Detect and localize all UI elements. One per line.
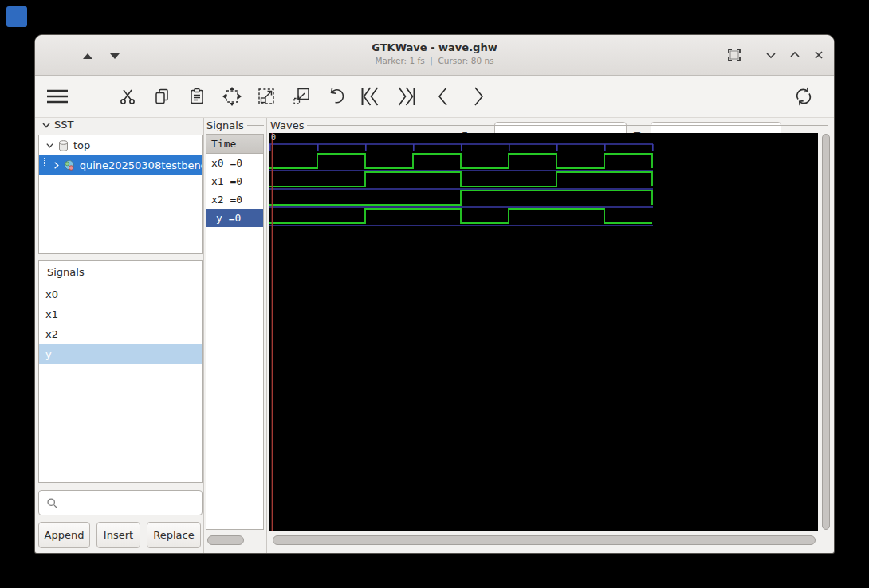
signal-search-box[interactable] (38, 490, 203, 515)
chevron-down-icon (765, 49, 777, 61)
paste-button[interactable] (182, 80, 212, 112)
signal-table-panel: Time x0 =0 x1 =0 x2 =0 y =0 (206, 134, 264, 530)
append-button[interactable]: Append (38, 522, 90, 548)
facility-list-header: Signals (39, 261, 202, 284)
list-item-x2[interactable]: x2 (39, 324, 202, 344)
pane-splitter-left[interactable] (203, 118, 204, 553)
reload-icon (792, 85, 815, 108)
signals-frame-label: Signals (206, 120, 264, 131)
zoom-in-icon (256, 86, 277, 107)
zoom-in-button[interactable] (251, 80, 281, 112)
skip-to-start-button[interactable] (356, 80, 386, 112)
pane-splitter-right[interactable] (266, 118, 267, 553)
list-item-y[interactable]: y (39, 344, 202, 364)
titlebar[interactable]: GTKWave - wave.ghw Marker: 1 fs | Cursor… (35, 35, 834, 76)
zoom-out-button[interactable] (286, 80, 317, 112)
scope-cylinder-icon (57, 139, 69, 152)
tree-item-top[interactable]: top (39, 135, 202, 155)
previous-edge-button[interactable] (428, 80, 458, 112)
skip-to-end-button[interactable] (391, 80, 421, 112)
gtkwave-window: GTKWave - wave.ghw Marker: 1 fs | Cursor… (35, 35, 834, 553)
time-origin-label: 0 (271, 133, 276, 143)
replace-button[interactable]: Replace (147, 522, 201, 548)
chevron-left-icon (434, 85, 453, 108)
append-button-label: Append (45, 529, 85, 541)
reload-button[interactable] (788, 80, 819, 112)
window-subtitle: Marker: 1 fs | Cursor: 80 ns (35, 55, 834, 67)
copy-icon (152, 87, 171, 106)
titlebar-text: GTKWave - wave.ghw Marker: 1 fs | Cursor… (35, 41, 834, 67)
chevron-up-icon (788, 49, 801, 61)
close-icon (812, 49, 825, 61)
facility-list-panel: Signals x0 x1 x2 y (38, 260, 203, 483)
signals-frame-label-text: Signals (206, 120, 244, 131)
cut-icon (118, 87, 137, 106)
chevron-right-icon (469, 85, 488, 108)
copy-button[interactable] (147, 80, 177, 112)
time-header[interactable]: Time (206, 135, 263, 154)
sst-expander[interactable]: SST (41, 119, 73, 131)
waveform-traces (269, 133, 818, 531)
zoom-out-icon (291, 86, 312, 107)
maximize-icon (727, 48, 741, 62)
maximize-frame-button[interactable] (725, 46, 743, 64)
signal-row-x1[interactable]: x1 =0 (206, 172, 263, 190)
tree-item-testbench[interactable]: quine20250308testbench (39, 155, 202, 175)
window-title: GTKWave - wave.ghw (35, 41, 834, 55)
tree-item-label: quine20250308testbench (80, 159, 202, 171)
toolbar: From: To: (35, 76, 834, 118)
skip-to-end-icon (394, 85, 418, 108)
search-icon (45, 496, 58, 509)
sst-label: SST (54, 119, 73, 131)
signal-row-y[interactable]: y =0 (206, 209, 263, 227)
waves-hscrollbar[interactable] (273, 535, 816, 545)
waves-frame-label: Waves (270, 120, 828, 131)
waves-frame-label-text: Waves (270, 120, 304, 131)
skip-to-start-icon (359, 85, 383, 108)
waves-vscrollbar-track[interactable] (821, 133, 831, 531)
expander-down-icon[interactable] (44, 140, 55, 151)
list-item-x1[interactable]: x1 (39, 304, 202, 324)
next-edge-button[interactable] (463, 80, 493, 112)
menu-icon (46, 87, 69, 106)
shrink-window-button[interactable] (762, 46, 780, 64)
insert-button-label: Insert (104, 529, 133, 541)
zoom-fit-icon (222, 86, 242, 107)
grow-window-button[interactable] (786, 46, 804, 64)
undo-button[interactable] (321, 80, 352, 112)
waves-vscrollbar-thumb[interactable] (822, 134, 830, 530)
wave-canvas[interactable]: 0 (269, 133, 818, 531)
paste-icon (187, 87, 206, 106)
menu-button[interactable] (42, 80, 73, 112)
zoom-fit-button[interactable] (217, 80, 247, 112)
close-button[interactable] (810, 46, 828, 64)
insert-button[interactable]: Insert (96, 522, 140, 548)
cut-button[interactable] (112, 80, 143, 112)
list-item-x0[interactable]: x0 (39, 284, 202, 304)
desktop-icon[interactable] (6, 6, 27, 27)
expander-down-icon (41, 120, 51, 130)
expander-right-icon[interactable] (51, 160, 61, 171)
signal-row-x0[interactable]: x0 =0 (206, 154, 263, 172)
replace-button-label: Replace (153, 529, 194, 541)
tree-guide-line (44, 158, 51, 167)
signal-row-x2[interactable]: x2 =0 (206, 190, 263, 209)
undo-icon (326, 86, 347, 107)
signal-table-hscrollbar[interactable] (207, 535, 244, 545)
search-input[interactable] (63, 496, 202, 510)
tree-item-label: top (73, 139, 90, 151)
module-sphere-icon (63, 159, 76, 172)
sst-tree-panel: top quine20250308testbench (38, 135, 203, 254)
